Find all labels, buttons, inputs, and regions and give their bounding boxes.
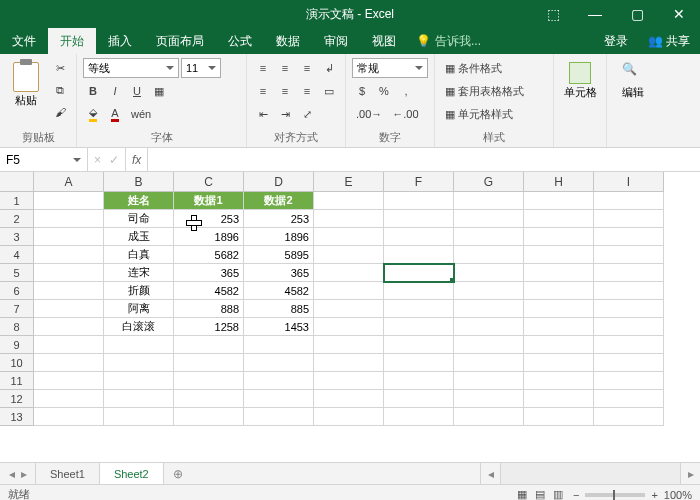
- cell-H12[interactable]: [524, 390, 594, 408]
- underline-button[interactable]: U: [127, 81, 147, 101]
- cut-button[interactable]: ✂: [50, 58, 70, 78]
- col-header-I[interactable]: I: [594, 172, 664, 192]
- cell-H6[interactable]: [524, 282, 594, 300]
- border-button[interactable]: ▦: [149, 81, 169, 101]
- name-box[interactable]: F5: [0, 148, 88, 171]
- cell-C7[interactable]: 888: [174, 300, 244, 318]
- horizontal-scrollbar[interactable]: ◂ ▸: [480, 463, 700, 484]
- cell-G3[interactable]: [454, 228, 524, 246]
- cell-H2[interactable]: [524, 210, 594, 228]
- cell-A13[interactable]: [34, 408, 104, 426]
- cell-G8[interactable]: [454, 318, 524, 336]
- format-as-table-button[interactable]: ▦ 套用表格格式: [441, 81, 547, 101]
- row-header-1[interactable]: 1: [0, 192, 34, 210]
- cell-F9[interactable]: [384, 336, 454, 354]
- align-center-button[interactable]: ≡: [275, 81, 295, 101]
- cell-G12[interactable]: [454, 390, 524, 408]
- row-header-4[interactable]: 4: [0, 246, 34, 264]
- cell-E2[interactable]: [314, 210, 384, 228]
- cell-G2[interactable]: [454, 210, 524, 228]
- cell-H4[interactable]: [524, 246, 594, 264]
- cell-I9[interactable]: [594, 336, 664, 354]
- select-all-corner[interactable]: [0, 172, 34, 192]
- cell-E1[interactable]: [314, 192, 384, 210]
- cell-G9[interactable]: [454, 336, 524, 354]
- font-size-dropdown[interactable]: 11: [181, 58, 221, 78]
- tab-data[interactable]: 数据: [264, 28, 312, 54]
- cell-B13[interactable]: [104, 408, 174, 426]
- tab-insert[interactable]: 插入: [96, 28, 144, 54]
- cell-H3[interactable]: [524, 228, 594, 246]
- row-header-12[interactable]: 12: [0, 390, 34, 408]
- cell-C2[interactable]: 253: [174, 210, 244, 228]
- col-header-C[interactable]: C: [174, 172, 244, 192]
- row-header-9[interactable]: 9: [0, 336, 34, 354]
- cell-H5[interactable]: [524, 264, 594, 282]
- number-format-dropdown[interactable]: 常规: [352, 58, 428, 78]
- fx-icon[interactable]: fx: [126, 148, 148, 171]
- col-header-B[interactable]: B: [104, 172, 174, 192]
- tell-me[interactable]: 💡 告诉我...: [408, 28, 489, 54]
- cell-D3[interactable]: 1896: [244, 228, 314, 246]
- cell-E8[interactable]: [314, 318, 384, 336]
- cell-H9[interactable]: [524, 336, 594, 354]
- cell-B6[interactable]: 折颜: [104, 282, 174, 300]
- cell-I11[interactable]: [594, 372, 664, 390]
- cells-button[interactable]: 单元格: [560, 58, 600, 131]
- accounting-format-button[interactable]: $: [352, 81, 372, 101]
- share-button[interactable]: 👥 共享: [638, 28, 700, 54]
- cell-E7[interactable]: [314, 300, 384, 318]
- phonetic-button[interactable]: wén: [127, 104, 155, 124]
- cell-I2[interactable]: [594, 210, 664, 228]
- cell-A6[interactable]: [34, 282, 104, 300]
- ribbon-options-icon[interactable]: ⬚: [532, 0, 574, 28]
- cell-A9[interactable]: [34, 336, 104, 354]
- format-painter-button[interactable]: 🖌: [50, 102, 70, 122]
- cell-G1[interactable]: [454, 192, 524, 210]
- cell-E10[interactable]: [314, 354, 384, 372]
- cell-F10[interactable]: [384, 354, 454, 372]
- scroll-right-icon[interactable]: ▸: [680, 463, 700, 484]
- col-header-D[interactable]: D: [244, 172, 314, 192]
- cell-F5[interactable]: [384, 264, 454, 282]
- cell-F7[interactable]: [384, 300, 454, 318]
- cell-F8[interactable]: [384, 318, 454, 336]
- cell-H13[interactable]: [524, 408, 594, 426]
- row-header-10[interactable]: 10: [0, 354, 34, 372]
- cell-I12[interactable]: [594, 390, 664, 408]
- col-header-H[interactable]: H: [524, 172, 594, 192]
- cell-E11[interactable]: [314, 372, 384, 390]
- cell-A11[interactable]: [34, 372, 104, 390]
- cell-E12[interactable]: [314, 390, 384, 408]
- align-middle-button[interactable]: ≡: [275, 58, 295, 78]
- tab-file[interactable]: 文件: [0, 28, 48, 54]
- cell-C8[interactable]: 1258: [174, 318, 244, 336]
- zoom-slider[interactable]: [585, 493, 645, 497]
- cell-B1[interactable]: 姓名: [104, 192, 174, 210]
- close-icon[interactable]: ✕: [658, 0, 700, 28]
- cell-H10[interactable]: [524, 354, 594, 372]
- italic-button[interactable]: I: [105, 81, 125, 101]
- paste-button[interactable]: 粘贴: [6, 58, 46, 128]
- col-header-A[interactable]: A: [34, 172, 104, 192]
- cell-D11[interactable]: [244, 372, 314, 390]
- comma-format-button[interactable]: ,: [396, 81, 416, 101]
- page-layout-view-icon[interactable]: ▤: [535, 488, 545, 500]
- cell-A7[interactable]: [34, 300, 104, 318]
- cell-A4[interactable]: [34, 246, 104, 264]
- align-top-button[interactable]: ≡: [253, 58, 273, 78]
- cell-D7[interactable]: 885: [244, 300, 314, 318]
- zoom-in-button[interactable]: +: [651, 489, 657, 501]
- cell-I6[interactable]: [594, 282, 664, 300]
- merge-center-button[interactable]: ▭: [319, 81, 339, 101]
- zoom-out-button[interactable]: −: [573, 489, 579, 501]
- align-left-button[interactable]: ≡: [253, 81, 273, 101]
- cell-I10[interactable]: [594, 354, 664, 372]
- tab-view[interactable]: 视图: [360, 28, 408, 54]
- cancel-formula-icon[interactable]: ×: [94, 153, 101, 167]
- cell-E9[interactable]: [314, 336, 384, 354]
- cell-C6[interactable]: 4582: [174, 282, 244, 300]
- cell-B8[interactable]: 白滚滚: [104, 318, 174, 336]
- cell-C11[interactable]: [174, 372, 244, 390]
- cell-A10[interactable]: [34, 354, 104, 372]
